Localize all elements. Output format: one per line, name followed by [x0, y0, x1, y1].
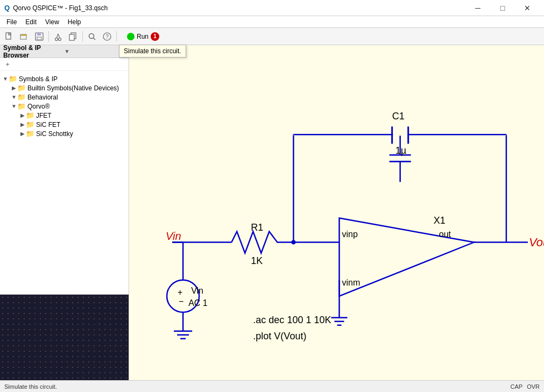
bottom-panel	[0, 294, 129, 380]
cut-button[interactable]	[51, 30, 65, 44]
maximize-button[interactable]: □	[490, 0, 515, 16]
status-text: Simulate this circuit.	[4, 383, 57, 390]
vin-node-label: Vin	[166, 230, 181, 242]
tree-node-builtin[interactable]: ▶ 📁 Builtin Symbols(Native Devices)	[0, 83, 129, 92]
app-logo: Q	[4, 4, 10, 12]
browser-dropdown[interactable]: ▼	[65, 48, 126, 54]
folder-icon-sicfet: 📁	[26, 120, 34, 129]
status-cap: CAP	[511, 383, 523, 390]
menu-edit[interactable]: Edit	[21, 17, 41, 27]
c1-value: 1µ	[395, 145, 406, 156]
out-label: out	[439, 229, 451, 239]
spice-cmd1: .ac dec 100 1 10K	[253, 315, 331, 325]
run-badge: 1	[151, 32, 159, 41]
vin-source-label: Vin	[191, 286, 203, 295]
help-button[interactable]: ?	[100, 30, 114, 44]
close-button[interactable]: ✕	[515, 0, 540, 16]
run-green-icon	[127, 33, 135, 40]
c1-label: C1	[392, 111, 405, 122]
expander-sicfet: ▶	[19, 122, 26, 127]
sep3	[116, 31, 117, 42]
svg-point-16	[89, 33, 94, 38]
svg-text:?: ?	[105, 34, 109, 40]
browser-header: Symbol & IP Browser ▼	[0, 45, 129, 58]
folder-icon-root: 📁	[9, 75, 17, 83]
vin-ac-label: AC 1	[188, 298, 208, 308]
status-ovr: OVR	[527, 383, 540, 390]
vout-label: Vout	[529, 236, 544, 249]
folder-icon-builtin: 📁	[17, 84, 26, 92]
tree-node-jfet[interactable]: ▶ 📁 JFET	[0, 111, 129, 120]
statusbar: Simulate this circuit. CAP OVR	[0, 380, 544, 392]
tree-label-builtin: Builtin Symbols(Native Devices)	[27, 84, 119, 92]
browser-title: Symbol & IP Browser	[3, 44, 65, 59]
menubar: File Edit View Help	[0, 16, 544, 28]
r1-value: 1K	[251, 255, 263, 266]
sep1	[48, 31, 49, 42]
circuit-svg: Vin R1 1K Vout	[129, 45, 544, 380]
new-button[interactable]	[2, 30, 16, 44]
main-area: Symbol & IP Browser ▼ + ▼ 📁 Symbols & IP…	[0, 45, 544, 380]
expander-builtin: ▶	[11, 85, 17, 91]
tree-label-behavioral: Behavioral	[27, 94, 58, 101]
tree-node-behavioral[interactable]: ▼ 📁 Behavioral	[0, 92, 129, 102]
x1-label: X1	[434, 215, 446, 226]
expander-root: ▼	[2, 76, 9, 82]
tree-node-sicfet[interactable]: ▶ 📁 SiC FET	[0, 120, 129, 129]
svg-rect-15	[69, 34, 74, 40]
svg-text:−: −	[179, 296, 183, 306]
svg-point-11	[59, 38, 61, 40]
svg-line-13	[58, 34, 60, 38]
tree-label-root: Symbols & IP	[19, 75, 58, 83]
zoom-button[interactable]	[85, 30, 99, 44]
title-text: Qorvo QSPICE™ - Fig1_33.qsch	[13, 4, 108, 12]
svg-line-12	[56, 34, 58, 38]
run-tooltip-text: Simulate this circuit.	[124, 47, 181, 55]
folder-icon-qorvo: 📁	[17, 102, 26, 110]
folder-icon-jfet: 📁	[26, 111, 34, 119]
folder-icon-sicschottky: 📁	[26, 130, 34, 138]
spice-cmd2: .plot V(Vout)	[253, 331, 306, 341]
menu-view[interactable]: View	[41, 17, 63, 27]
toolbar: ? Run 1 Simulate this circuit.	[0, 28, 544, 45]
menu-help[interactable]: Help	[63, 17, 86, 27]
sep2	[82, 31, 83, 42]
open-button[interactable]	[17, 30, 31, 44]
titlebar-controls: ─ □ ✕	[465, 0, 540, 16]
tree-label-sicfet: SiC FET	[36, 121, 60, 129]
folder-icon-behavioral: 📁	[17, 93, 26, 101]
statusbar-right: CAP OVR	[511, 383, 540, 390]
left-panel: Symbol & IP Browser ▼ + ▼ 📁 Symbols & IP…	[0, 45, 129, 380]
save-button[interactable]	[32, 30, 46, 44]
run-container: Run 1 Simulate this circuit.	[119, 30, 167, 44]
run-tooltip: Simulate this circuit.	[119, 45, 186, 58]
svg-text:+: +	[178, 287, 182, 297]
svg-point-10	[55, 38, 58, 40]
svg-rect-8	[37, 33, 41, 35]
copy-button[interactable]	[66, 30, 80, 44]
tree-node-root[interactable]: ▼ 📁 Symbols & IP	[0, 74, 129, 83]
canvas-area[interactable]: Vin R1 1K Vout	[129, 45, 544, 380]
tree-area: ▼ 📁 Symbols & IP ▶ 📁 Builtin Symbols(Nat…	[0, 72, 129, 294]
menu-file[interactable]: File	[2, 17, 21, 27]
titlebar: Q Qorvo QSPICE™ - Fig1_33.qsch ─ □ ✕	[0, 0, 544, 16]
expander-jfet: ▶	[19, 112, 26, 118]
vinp-label: vinp	[342, 229, 358, 239]
run-label: Run	[137, 33, 149, 40]
expander-qorvo: ▼	[11, 103, 17, 109]
dot-grid	[0, 295, 129, 380]
r1-label: R1	[251, 222, 263, 233]
tree-node-sicschottky[interactable]: ▶ 📁 SiC Schottky	[0, 129, 129, 138]
tree-label-sicschottky: SiC Schottky	[36, 130, 73, 138]
expander-behavioral: ▼	[11, 94, 17, 100]
expander-sicschottky: ▶	[19, 131, 26, 137]
svg-rect-9	[37, 37, 41, 40]
tree-label-jfet: JFET	[36, 112, 52, 119]
tree-expand-button[interactable]: +	[2, 59, 13, 70]
minimize-button[interactable]: ─	[465, 0, 490, 16]
titlebar-left: Q Qorvo QSPICE™ - Fig1_33.qsch	[4, 4, 108, 12]
run-button[interactable]: Run 1	[119, 30, 167, 44]
tree-label-qorvo: Qorvo®	[27, 103, 50, 110]
tree-node-qorvo[interactable]: ▼ 📁 Qorvo®	[0, 102, 129, 111]
tree-toolbar: +	[0, 58, 129, 71]
